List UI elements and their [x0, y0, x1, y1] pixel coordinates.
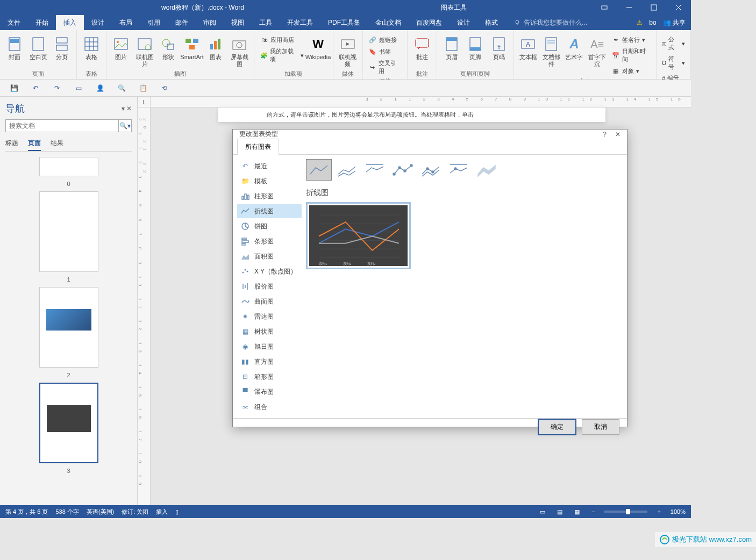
- status-words[interactable]: 538 个字: [55, 508, 79, 516]
- user-name[interactable]: bo: [649, 19, 656, 26]
- qat-icon-1[interactable]: ▭: [73, 83, 84, 94]
- warning-icon[interactable]: ⚠: [637, 19, 643, 26]
- zoom-out-icon[interactable]: −: [589, 508, 597, 515]
- tab-pdf[interactable]: PDF工具集: [320, 15, 368, 30]
- undo-icon[interactable]: ↶: [30, 83, 41, 94]
- ribbon-display-options-icon[interactable]: [592, 0, 617, 15]
- bookmark-button[interactable]: 🔖书签: [366, 46, 404, 57]
- nav-dropdown-icon[interactable]: ▾ ✕: [122, 105, 132, 112]
- status-mode[interactable]: 插入: [156, 508, 168, 516]
- crossref-button[interactable]: ↪交叉引用: [366, 58, 404, 76]
- chart-cat-radar[interactable]: ✷雷达图: [237, 310, 302, 324]
- maximize-icon[interactable]: [641, 0, 666, 15]
- tab-file[interactable]: 文件: [0, 15, 28, 30]
- nav-tab-results[interactable]: 结果: [51, 137, 63, 151]
- tab-insert[interactable]: 插入: [56, 15, 84, 30]
- ok-button[interactable]: 确定: [538, 419, 576, 435]
- page-thumb-2[interactable]: [39, 287, 98, 368]
- shapes-button[interactable]: 形状: [157, 32, 180, 61]
- vertical-ruler[interactable]: 2 1 1 2 3 4 5 6 7 8 9 10 11 12 13 14 15 …: [138, 107, 151, 505]
- my-addins-button[interactable]: 🧩我的加载项 ▾: [258, 46, 306, 64]
- signature-button[interactable]: ✒签名行 ▾: [609, 34, 653, 45]
- tell-me-search[interactable]: 告诉我您想要做什么...: [505, 15, 637, 30]
- ruler-corner[interactable]: L: [138, 97, 151, 107]
- chart-cat-column[interactable]: 柱形图: [237, 189, 302, 203]
- chart-subtype-100-stacked-line[interactable]: [362, 159, 388, 181]
- smartart-button[interactable]: SmartArt: [181, 32, 203, 61]
- wikipedia-button[interactable]: WWikipedia: [307, 32, 330, 61]
- chart-preview[interactable]: 系列1系列2系列3: [306, 202, 411, 269]
- tab-home[interactable]: 开始: [28, 15, 56, 30]
- minimize-icon[interactable]: [617, 0, 641, 15]
- chart-cat-waterfall[interactable]: ▝▘瀑布图: [237, 385, 302, 399]
- close-icon[interactable]: [666, 0, 691, 15]
- chart-cat-pie[interactable]: 饼图: [237, 219, 302, 233]
- page-break-button[interactable]: 分页: [51, 32, 73, 61]
- dialog-close-icon[interactable]: ✕: [615, 131, 621, 138]
- share-button[interactable]: 👥 共享: [663, 18, 686, 27]
- chart-cat-boxwhisker[interactable]: ⊟箱形图: [237, 370, 302, 384]
- header-button[interactable]: 页眉: [440, 32, 463, 61]
- textbox-button[interactable]: A文本框: [517, 32, 539, 61]
- cover-page-button[interactable]: 封面: [3, 32, 26, 61]
- chart-cat-surface[interactable]: 曲面图: [237, 295, 302, 308]
- chart-cat-bar[interactable]: 条形图: [237, 234, 302, 248]
- datetime-button[interactable]: 📅日期和时间: [609, 46, 653, 64]
- chart-cat-recent[interactable]: ↶最近: [237, 159, 302, 173]
- qat-icon-2[interactable]: 👤: [95, 83, 105, 94]
- chart-button[interactable]: 图表: [204, 32, 227, 61]
- chart-subtype-3d-line[interactable]: [474, 159, 500, 181]
- search-icon[interactable]: 🔍▾: [118, 120, 131, 132]
- status-page[interactable]: 第 4 页，共 6 页: [5, 508, 48, 516]
- nav-tab-pages[interactable]: 页面: [28, 137, 41, 151]
- page-number-button[interactable]: #页码: [488, 32, 510, 61]
- chart-cat-histogram[interactable]: ▮▮直方图: [237, 355, 302, 369]
- tab-tools[interactable]: 工具: [252, 15, 280, 30]
- qat-icon-4[interactable]: 📋: [138, 83, 148, 94]
- chart-cat-treemap[interactable]: ▦树状图: [237, 325, 302, 339]
- tab-chart-design[interactable]: 设计: [450, 15, 477, 30]
- chart-cat-line[interactable]: 折线图: [237, 204, 302, 218]
- status-track[interactable]: 修订: 关闭: [122, 508, 148, 516]
- view-print-icon[interactable]: ▤: [555, 508, 565, 515]
- tab-design[interactable]: 设计: [84, 15, 112, 30]
- online-video-button[interactable]: 联机视频: [337, 32, 359, 68]
- screenshot-button[interactable]: 屏幕截图: [228, 32, 251, 68]
- page-thumb-0[interactable]: [39, 157, 98, 176]
- tab-baidu[interactable]: 百度网盘: [409, 15, 450, 30]
- chart-cat-stock[interactable]: 股价图: [237, 279, 302, 293]
- tab-developer[interactable]: 开发工具: [280, 15, 320, 30]
- equation-button[interactable]: π 公式 ▾: [660, 34, 687, 53]
- tab-references[interactable]: 引用: [140, 15, 168, 30]
- nav-search-input[interactable]: [6, 120, 118, 132]
- tab-chart-format[interactable]: 格式: [477, 15, 505, 30]
- chart-subtype-stacked-line-markers[interactable]: [418, 159, 444, 181]
- blank-page-button[interactable]: 空白页: [27, 32, 49, 61]
- redo-icon[interactable]: ↷: [52, 83, 62, 94]
- view-web-icon[interactable]: ▦: [572, 508, 582, 515]
- table-button[interactable]: 表格: [80, 32, 103, 61]
- quick-parts-button[interactable]: 文档部件: [540, 32, 562, 68]
- chart-subtype-100-stacked-line-markers[interactable]: [446, 159, 472, 181]
- chart-subtype-line[interactable]: [306, 159, 332, 181]
- zoom-in-icon[interactable]: +: [655, 508, 662, 515]
- nav-tab-headings[interactable]: 标题: [5, 137, 18, 151]
- save-icon[interactable]: 💾: [9, 83, 19, 94]
- symbol-button[interactable]: Ω 符号 ▾: [660, 54, 687, 72]
- tab-layout[interactable]: 布局: [112, 15, 140, 30]
- dialog-help-icon[interactable]: ?: [603, 131, 607, 138]
- chart-cat-sunburst[interactable]: ◉旭日图: [237, 340, 302, 354]
- comment-button[interactable]: 批注: [411, 32, 433, 61]
- document-page[interactable]: 的方式，请单击该图片，图片旁边将会显示布局选项按钮。当处理表格时，单击: [218, 107, 605, 122]
- chart-subtype-stacked-line[interactable]: [334, 159, 360, 181]
- status-language[interactable]: 英语(美国): [87, 508, 114, 516]
- chart-cat-combo[interactable]: ⫘组合: [237, 400, 302, 414]
- footer-button[interactable]: 页脚: [464, 32, 487, 61]
- chart-cat-xy[interactable]: X Y（散点图）: [237, 264, 302, 278]
- page-thumb-3[interactable]: [39, 383, 98, 463]
- view-read-icon[interactable]: ▭: [538, 508, 547, 515]
- page-thumb-1[interactable]: [39, 191, 98, 272]
- dialog-tab-all-charts[interactable]: 所有图表: [237, 139, 279, 155]
- drop-cap-button[interactable]: A≡首字下沉: [586, 32, 608, 68]
- tab-view[interactable]: 视图: [224, 15, 252, 30]
